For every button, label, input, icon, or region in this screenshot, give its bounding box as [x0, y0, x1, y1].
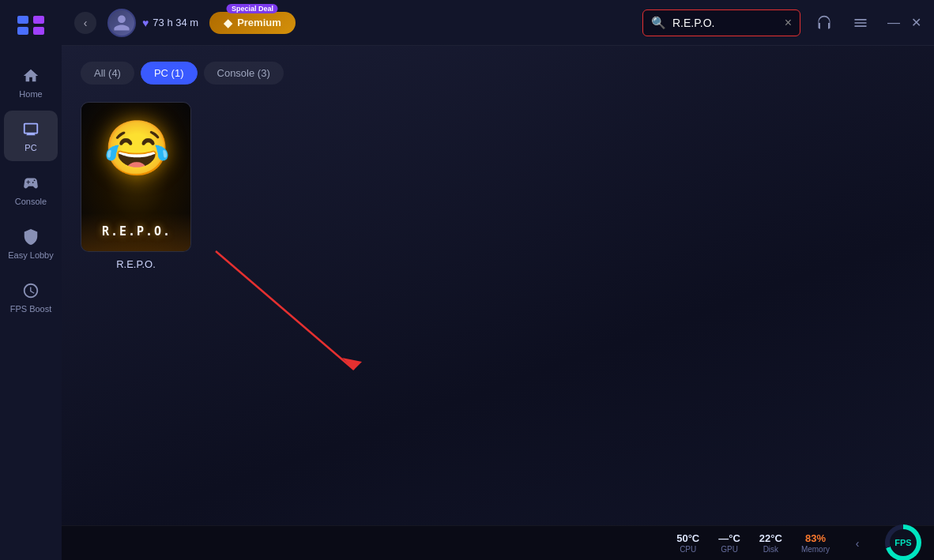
home-icon [21, 66, 41, 86]
sidebar-item-fps-boost-label: FPS Boost [10, 304, 52, 314]
premium-icon: ◆ [224, 17, 232, 29]
sidebar-item-home-label: Home [19, 89, 42, 99]
topbar-actions: — ✕ [812, 10, 921, 36]
user-avatar-area[interactable]: ♥ 73 h 34 m [107, 9, 198, 37]
search-box[interactable]: 🔍 × [642, 9, 800, 36]
memory-value: 83% [805, 532, 826, 545]
sidebar: Home PC Console Easy Lobby FPS Boost [0, 0, 62, 560]
playtime-badge: ♥ 73 h 34 m [142, 17, 198, 29]
close-button[interactable]: ✕ [911, 15, 921, 30]
gamepad-icon [21, 173, 41, 194]
shield-icon [21, 227, 41, 247]
repo-text: R.E.P.O. [81, 224, 191, 239]
sidebar-item-pc[interactable]: PC [4, 111, 58, 161]
minimize-button[interactable]: — [887, 16, 900, 30]
sidebar-item-easy-lobby[interactable]: Easy Lobby [4, 218, 58, 269]
sidebar-item-pc-label: PC [24, 143, 36, 152]
special-deal-badge: Special Deal [227, 4, 278, 13]
disk-value: 22°C [759, 532, 782, 545]
premium-button[interactable]: Special Deal ◆ Premium [209, 12, 296, 34]
memory-label: Memory [801, 545, 830, 554]
gpu-value: —°C [718, 532, 740, 545]
repo-art: 😂 R.E.P.O. [81, 103, 191, 252]
disk-stat: 22°C Disk [759, 532, 782, 554]
svg-rect-0 [17, 16, 28, 24]
status-bar: 50°C CPU —°C GPU 22°C Disk 83% Memory ‹ … [0, 525, 934, 560]
gpu-stat: —°C GPU [718, 532, 740, 554]
menu-button[interactable] [848, 10, 873, 36]
premium-label: Premium [237, 17, 281, 28]
svg-rect-3 [33, 27, 44, 35]
fps-gauge[interactable]: FPS [885, 524, 921, 561]
sidebar-item-easy-lobby-label: Easy Lobby [8, 250, 53, 260]
back-button[interactable]: ‹ [74, 12, 96, 34]
search-icon: 🔍 [651, 16, 666, 30]
svg-rect-2 [33, 16, 44, 24]
sidebar-item-console[interactable]: Console [4, 164, 58, 215]
app-logo[interactable] [14, 8, 47, 41]
topbar: ‹ ♥ 73 h 34 m Special Deal ◆ Premium 🔍 ×… [62, 0, 934, 46]
gpu-label: GPU [721, 545, 738, 554]
filter-all[interactable]: All (4) [81, 62, 134, 85]
sidebar-item-home[interactable]: Home [4, 57, 58, 107]
heart-icon: ♥ [142, 17, 149, 29]
gauge-icon [21, 280, 41, 301]
game-grid: 😂 R.E.P.O. R.E.P.O. [81, 102, 915, 270]
status-expand-button[interactable]: ‹ [849, 535, 866, 552]
sidebar-item-fps-boost[interactable]: FPS Boost [4, 272, 58, 322]
disk-label: Disk [763, 545, 778, 554]
cpu-value: 50°C [676, 532, 699, 545]
memory-stat: 83% Memory [801, 532, 830, 554]
sidebar-item-console-label: Console [15, 197, 47, 206]
cpu-label: CPU [680, 545, 696, 554]
game-thumbnail-repo: 😂 R.E.P.O. [81, 102, 191, 252]
search-input[interactable] [672, 17, 778, 29]
fps-value: FPS [890, 529, 917, 556]
window-controls: — ✕ [887, 15, 921, 30]
search-clear-button[interactable]: × [785, 17, 792, 29]
main-content: All (4) PC (1) Console (3) 😂 R.E.P.O. R.… [62, 46, 934, 560]
game-card-repo[interactable]: 😂 R.E.P.O. R.E.P.O. [81, 102, 191, 270]
cpu-stat: 50°C CPU [676, 532, 699, 554]
playtime-value: 73 h 34 m [153, 17, 198, 28]
svg-rect-1 [17, 27, 28, 35]
filter-console[interactable]: Console (3) [204, 62, 284, 85]
filter-pc[interactable]: PC (1) [141, 62, 198, 85]
headset-button[interactable] [812, 10, 837, 36]
monitor-icon [21, 119, 41, 140]
filter-tabs: All (4) PC (1) Console (3) [81, 62, 915, 85]
avatar [107, 9, 136, 37]
repo-emoji: 😂 [104, 117, 171, 180]
game-title-repo: R.E.P.O. [116, 258, 156, 270]
